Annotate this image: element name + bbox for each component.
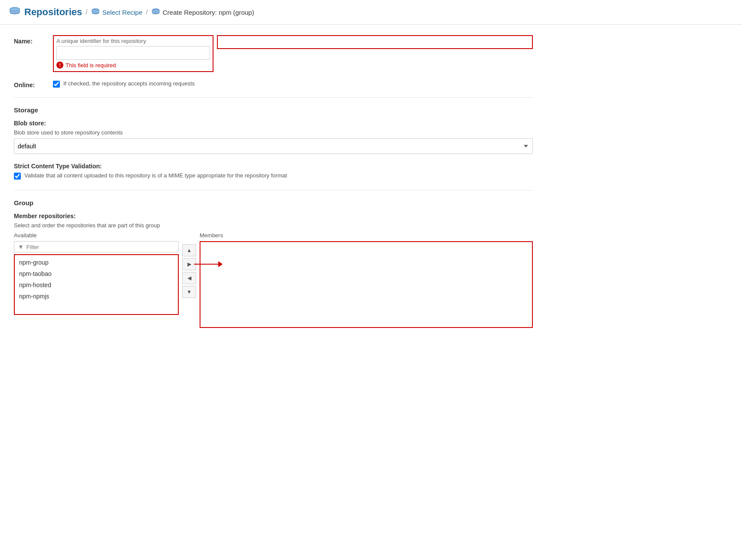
transfer-buttons: ▲ ▶ ◀ ▼	[182, 232, 196, 298]
main-content: Name: A unique identifier for this repos…	[0, 25, 547, 338]
online-checkbox-row: If checked, the repository accepts incom…	[53, 80, 195, 88]
select-recipe-label: Select Recipe	[102, 9, 143, 16]
strict-section: Strict Content Type Validation: Validate…	[14, 163, 533, 180]
error-icon: !	[56, 62, 63, 69]
strict-checkbox-row: Validate that all content uploaded to th…	[14, 172, 533, 180]
divider-2	[14, 190, 533, 190]
error-message: ! This field is required	[56, 62, 210, 69]
list-item[interactable]: npm-group	[15, 257, 178, 268]
svg-point-1	[10, 7, 20, 11]
available-panel: Available ▼ npm-group npm-taobao npm-hos…	[14, 232, 179, 315]
available-label: Available	[14, 232, 179, 239]
move-down-button[interactable]: ▼	[182, 286, 196, 298]
online-hint: If checked, the repository accepts incom…	[63, 80, 195, 87]
strict-checkbox[interactable]	[14, 173, 21, 180]
group-section: Group Member repositories: Select and or…	[14, 199, 533, 328]
breadcrumb-sep-1: /	[85, 8, 87, 16]
members-label: Members	[200, 232, 533, 239]
filter-wrapper: ▼	[14, 241, 179, 252]
name-label: Name:	[14, 35, 53, 45]
error-text: This field is required	[66, 62, 116, 69]
arrow-annotation	[194, 261, 223, 267]
header: Repositories / Select Recipe / Create Re…	[0, 0, 742, 25]
blob-store-select[interactable]: default	[14, 138, 533, 154]
member-repos-label: Member repositories:	[14, 213, 533, 219]
breadcrumb-current: Create Repository: npm (group)	[151, 8, 254, 16]
name-input[interactable]	[56, 46, 210, 60]
move-up-button[interactable]: ▲	[182, 244, 196, 256]
online-label: Online:	[14, 79, 53, 88]
create-repo-label: Create Repository: npm (group)	[163, 9, 254, 16]
name-right-input[interactable]	[217, 35, 533, 49]
right-arrow-icon: ▶	[187, 261, 191, 267]
list-item[interactable]: npm-taobao	[15, 268, 178, 279]
online-checkbox[interactable]	[53, 81, 60, 88]
filter-icon: ▼	[18, 243, 24, 250]
arrow-head	[218, 261, 223, 267]
members-panel: Members	[200, 232, 533, 328]
up-arrow-icon: ▲	[187, 247, 192, 253]
name-error-box: A unique identifier for this repository …	[53, 35, 213, 72]
blob-store-hint: Blob store used to store repository cont…	[14, 129, 533, 136]
strict-title: Strict Content Type Validation:	[14, 163, 533, 170]
name-row: Name: A unique identifier for this repos…	[14, 35, 533, 72]
name-field-area: A unique identifier for this repository …	[53, 35, 533, 72]
members-list	[200, 241, 533, 328]
arrow-line	[194, 264, 218, 265]
storage-title: Storage	[14, 106, 533, 114]
member-repos-hint: Select and order the repositories that a…	[14, 222, 533, 229]
storage-section: Storage Blob store: Blob store used to s…	[14, 106, 533, 154]
available-list: npm-group npm-taobao npm-hosted npm-npmj…	[14, 254, 179, 315]
filter-input[interactable]	[26, 244, 175, 250]
divider-1	[14, 97, 533, 98]
name-hint: A unique identifier for this repository	[56, 38, 210, 44]
member-repos-section: Member repositories: Select and order th…	[14, 213, 533, 328]
strict-hint: Validate that all content uploaded to th…	[24, 172, 287, 179]
member-repo-layout: Available ▼ npm-group npm-taobao npm-hos…	[14, 232, 533, 328]
blob-store-wrapper: default	[14, 138, 533, 154]
list-item[interactable]: npm-npmjs	[15, 291, 178, 302]
select-recipe-icon	[91, 8, 100, 16]
online-row: Online: If checked, the repository accep…	[14, 79, 533, 88]
repositories-icon	[9, 6, 21, 18]
list-item[interactable]: npm-hosted	[15, 279, 178, 291]
breadcrumb-select-recipe[interactable]: Select Recipe	[91, 8, 143, 16]
create-repo-icon	[151, 8, 160, 16]
left-arrow-icon: ◀	[187, 275, 191, 281]
blob-store-label: Blob store:	[14, 120, 533, 127]
group-title: Group	[14, 199, 533, 206]
move-right-button[interactable]: ▶	[182, 258, 196, 270]
down-arrow-icon: ▼	[187, 289, 192, 295]
breadcrumb-sep-2: /	[146, 8, 148, 16]
repositories-title[interactable]: Repositories	[24, 7, 82, 18]
move-left-button[interactable]: ◀	[182, 272, 196, 284]
